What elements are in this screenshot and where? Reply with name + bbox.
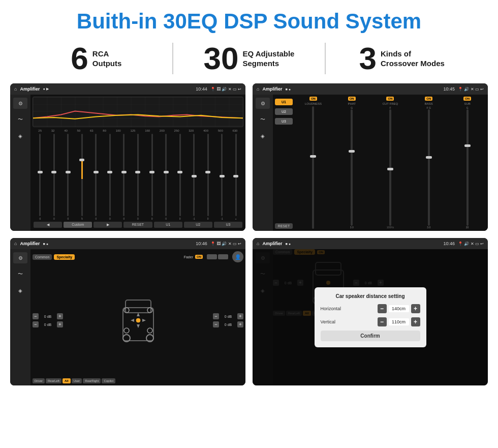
sp-plus-4[interactable]: + — [237, 321, 243, 327]
dist-dots: ■ ● — [285, 242, 290, 246]
sp-db-val-2: 0 dB — [40, 323, 56, 326]
cr-u1-btn[interactable]: U1 — [275, 99, 293, 105]
eq-play-btn[interactable]: ▶ — [94, 222, 122, 228]
cr-cutfreq-hz: 100Hz — [387, 226, 394, 229]
sp-fader-label: Fader — [184, 255, 193, 259]
crossover-screen: ⌂ Amplifier ■ ● 10:45 📍 🔊 ✕ ▭ ↩ ⚙ 〜 ◈ U1… — [253, 83, 488, 231]
dialog-vertical-plus[interactable]: + — [411, 317, 420, 326]
eq-slider-2[interactable]: 0 — [48, 134, 61, 220]
sp-specialty-tab[interactable]: Specialty — [54, 254, 75, 260]
eq-slider-4[interactable]: 5 — [76, 134, 89, 220]
dialog-vertical-label: Vertical — [321, 319, 351, 324]
sp-common-tab[interactable]: Common — [33, 254, 52, 260]
sp-minus-4[interactable]: − — [213, 321, 219, 327]
eq-reset-btn[interactable]: RESET — [123, 222, 152, 228]
cr-bass-slider[interactable] — [428, 109, 430, 226]
eq-slider-15[interactable]: » — [229, 134, 242, 220]
sp-app-name: Amplifier — [20, 241, 40, 246]
cr-u3-btn[interactable]: U3 — [275, 118, 293, 125]
dist-time: 10:46 — [444, 241, 455, 246]
eq-slider-14[interactable]: -1 — [215, 134, 229, 220]
cr-status-bar: ⌂ Amplifier ■ ● 10:45 📍 🔊 ✕ ▭ ↩ — [253, 83, 488, 95]
dialog-horizontal-plus[interactable]: + — [411, 304, 420, 313]
cr-cutfreq-slider[interactable] — [389, 109, 391, 226]
cr-loudness-label: LOUDNESS — [305, 102, 322, 105]
sp-minus-2[interactable]: − — [33, 321, 39, 327]
sp-rearleft-btn[interactable]: RearLeft — [46, 378, 61, 383]
sp-plus-1[interactable]: + — [57, 313, 63, 319]
dialog-overlay: Car speaker distance setting Horizontal … — [253, 249, 488, 385]
cr-cutfreq-label: CUT FREQ — [383, 102, 398, 105]
cr-sub-slider[interactable] — [466, 109, 469, 226]
cr-sidebar: ⚙ 〜 ◈ — [253, 95, 273, 231]
eq-slider-11[interactable]: 0 — [173, 134, 186, 220]
eq-slider-1[interactable]: 0 — [34, 134, 47, 220]
sp-minus-1[interactable]: − — [33, 313, 39, 319]
stat-crossover: 3 Kinds ofCrossover Modes — [326, 43, 478, 74]
sp-home-icon[interactable]: ⌂ — [14, 241, 17, 246]
sp-db-val-4: 0 dB — [220, 323, 236, 326]
eq-u3-btn[interactable]: U3 — [214, 222, 242, 228]
cr-icon-1[interactable]: ⚙ — [256, 98, 270, 109]
sp-plus-3[interactable]: + — [237, 313, 243, 319]
sp-status-bar: ⌂ Amplifier ■ ● 10:46 📍 🖼 🔊 ✕ ▭ ↩ — [10, 238, 245, 249]
eq-custom-btn[interactable]: Custom — [64, 222, 92, 228]
cr-bass-label: BASS — [425, 102, 433, 105]
eq-slider-8[interactable]: 0 — [132, 134, 145, 220]
sp-bottom-btns: Driver RearLeft All User RearRight Copil… — [33, 378, 243, 383]
dialog-vertical-ctrl: − 110cm + — [378, 317, 420, 326]
stat-number-6: 6 — [71, 43, 88, 74]
cr-dots: ■ ● — [285, 87, 290, 91]
sp-user-btn[interactable]: User — [72, 378, 82, 383]
cr-sub-val: 20 — [466, 226, 469, 229]
eq-icon-2[interactable]: 〜 — [13, 114, 27, 125]
sp-plus-2[interactable]: + — [57, 321, 63, 327]
eq-app-name: Amplifier — [20, 86, 40, 92]
eq-slider-10[interactable]: 0 — [160, 134, 173, 220]
eq-slider-3[interactable]: 0 — [61, 134, 75, 220]
eq-slider-6[interactable]: 0 — [104, 134, 117, 220]
sp-icon-2[interactable]: 〜 — [13, 268, 27, 280]
eq-u1-btn[interactable]: U1 — [154, 222, 182, 228]
eq-slider-7[interactable]: 0 — [117, 134, 131, 220]
sp-copilot-btn[interactable]: Copilot — [102, 378, 115, 383]
cr-icon-3[interactable]: ◈ — [256, 130, 270, 141]
cr-home-icon[interactable]: ⌂ — [257, 86, 259, 92]
sp-driver-btn[interactable]: Driver — [33, 378, 45, 383]
sp-sidebar: ⚙ 〜 ◈ — [10, 249, 30, 385]
dialog-horizontal-minus[interactable]: − — [378, 304, 387, 313]
sp-icon-1[interactable]: ⚙ — [13, 252, 27, 263]
sp-minus-3[interactable]: − — [213, 313, 219, 319]
home-icon[interactable]: ⌂ — [14, 86, 17, 92]
eq-slider-12[interactable]: -1 — [188, 134, 201, 220]
eq-u2-btn[interactable]: U2 — [184, 222, 212, 228]
eq-icon-3[interactable]: ◈ — [13, 130, 27, 141]
eq-slider-13[interactable]: 0 — [201, 134, 214, 220]
eq-status-bar: ⌂ Amplifier ● ▶ 10:44 📍 🖼 🔊 ✕ ▭ ↩ — [10, 83, 245, 95]
sp-rearright-btn[interactable]: RearRight — [83, 378, 101, 383]
cr-sub: ON SUB G 20 — [449, 97, 486, 229]
eq-prev-btn[interactable]: ◀ — [34, 222, 62, 228]
eq-icon-1[interactable]: ⚙ — [13, 98, 27, 109]
sp-icon-3[interactable]: ◈ — [13, 285, 27, 296]
stat-label-crossover: Kinds ofCrossover Modes — [381, 49, 445, 69]
dist-status-bar: ⌂ Amplifier ■ ● 10:46 📍 🔊 ✕ ▭ ↩ — [253, 238, 488, 249]
sp-main: Common Specialty Fader ON 👤 − 0 — [30, 249, 245, 385]
sp-user-icon[interactable]: 👤 — [232, 251, 243, 262]
sp-all-btn[interactable]: All — [63, 378, 71, 383]
eq-slider-5[interactable]: 0 — [89, 134, 103, 220]
cr-main: U1 U2 U3 RESET ON LOUDNESS ON — [273, 95, 488, 231]
dialog-vertical-value: 110cm — [389, 318, 409, 325]
dialog-vertical-minus[interactable]: − — [378, 317, 387, 326]
cr-phat-slider[interactable] — [351, 109, 353, 226]
cr-loudness-slider[interactable] — [312, 106, 314, 229]
cr-icon-2[interactable]: 〜 — [256, 114, 270, 125]
dist-home-icon[interactable]: ⌂ — [257, 241, 259, 246]
cr-u2-btn[interactable]: U2 — [275, 108, 293, 115]
dialog-confirm-button[interactable]: Confirm — [321, 331, 420, 341]
cr-phat: ON PHAT G 3.0 — [333, 97, 370, 229]
cr-reset-btn[interactable]: RESET — [275, 223, 293, 229]
eq-slider-9[interactable]: 0 — [145, 134, 159, 220]
sp-content: ⚙ 〜 ◈ Common Specialty Fader ON 👤 — [10, 249, 245, 385]
eq-screen: ⌂ Amplifier ● ▶ 10:44 📍 🖼 🔊 ✕ ▭ ↩ ⚙ 〜 ◈ — [10, 83, 245, 231]
